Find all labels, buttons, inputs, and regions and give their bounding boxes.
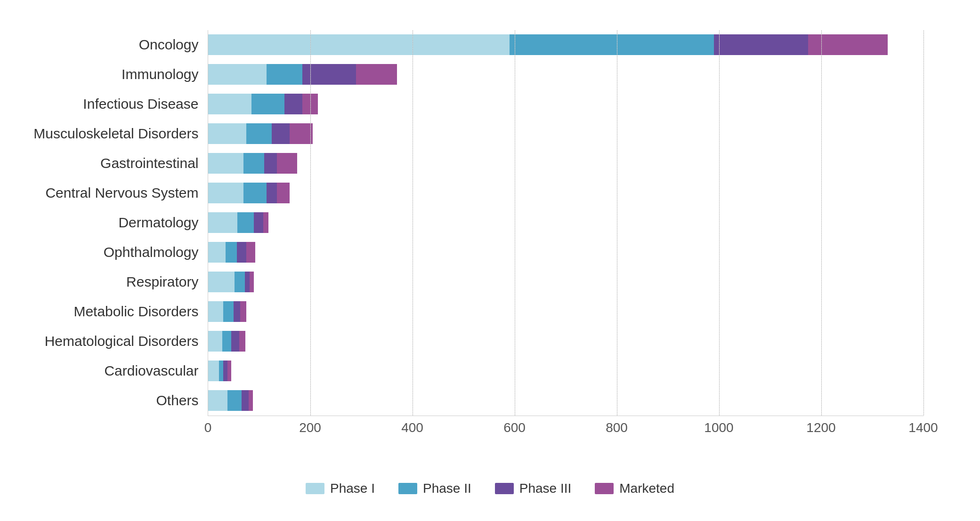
- phase1-seg: [208, 123, 246, 144]
- grid-line: [821, 30, 822, 416]
- phase1-seg: [208, 212, 238, 233]
- phase1-seg: [208, 94, 251, 114]
- marketed-seg: [227, 361, 232, 381]
- bar-row: [208, 390, 923, 411]
- grid-line: [515, 30, 515, 416]
- phase1-seg: [208, 34, 510, 55]
- y-axis-label: Musculoskeletal Disorders: [33, 126, 198, 142]
- phase1-seg: [208, 153, 244, 174]
- phase3-seg: [245, 272, 250, 292]
- marketed-seg: [246, 242, 256, 263]
- legend-label: Phase I: [330, 481, 375, 496]
- marketed-seg: [290, 123, 313, 144]
- bar-track: [208, 123, 923, 144]
- bar-row: [208, 123, 923, 144]
- phase1-seg: [208, 331, 222, 352]
- phase2-seg: [226, 242, 237, 263]
- phase2-seg: [222, 331, 232, 352]
- y-axis-label: Ophthalmology: [104, 244, 199, 260]
- bar-row: [208, 94, 923, 114]
- phase1-seg: [208, 183, 244, 203]
- y-axis-label: Dermatology: [118, 215, 198, 231]
- phase2-seg: [223, 301, 234, 322]
- x-axis-label: 800: [606, 420, 628, 435]
- bar-row: [208, 301, 923, 322]
- bar-track: [208, 64, 923, 85]
- legend: Phase IPhase IIPhase IIIMarketed: [19, 481, 961, 496]
- legend-swatch: [398, 483, 417, 494]
- phase3-seg: [237, 242, 246, 263]
- phase3-seg: [254, 212, 263, 233]
- x-axis-label: 400: [401, 420, 423, 435]
- bar-row: [208, 361, 923, 381]
- phase2-seg: [251, 94, 285, 114]
- y-axis-label: Central Nervous System: [45, 185, 198, 201]
- bar-track: [208, 183, 923, 203]
- phase2-seg: [246, 123, 272, 144]
- y-axis-labels: OncologyImmunologyInfectious DiseaseMusc…: [24, 30, 203, 416]
- bar-track: [208, 153, 923, 174]
- y-axis-label: Infectious Disease: [83, 96, 198, 112]
- x-axis-label: 1000: [704, 420, 733, 435]
- phase1-seg: [208, 64, 267, 85]
- bar-track: [208, 212, 923, 233]
- bar-row: [208, 212, 923, 233]
- grid-line: [719, 30, 720, 416]
- phase3-seg: [264, 153, 277, 174]
- phase2-seg: [219, 361, 223, 381]
- x-axis-label: 200: [299, 420, 321, 435]
- marketed-seg: [239, 331, 245, 352]
- bar-row: [208, 64, 923, 85]
- chart-container: OncologyImmunologyInfectious DiseaseMusc…: [19, 11, 961, 510]
- bar-row: [208, 153, 923, 174]
- legend-item: Phase II: [398, 481, 471, 496]
- phase2-seg: [510, 34, 714, 55]
- bar-track: [208, 390, 923, 411]
- bar-track: [208, 301, 923, 322]
- legend-swatch: [495, 483, 514, 494]
- legend-label: Marketed: [619, 481, 674, 496]
- marketed-seg: [356, 64, 397, 85]
- bar-row: [208, 272, 923, 292]
- x-axis-label: 1200: [806, 420, 835, 435]
- x-axis: 0200400600800100012001400: [208, 420, 923, 439]
- phase2-seg: [243, 183, 267, 203]
- y-axis-label: Hematological Disorders: [45, 333, 199, 349]
- y-axis-label: Immunology: [121, 66, 198, 82]
- phase2-seg: [267, 64, 302, 85]
- legend-label: Phase II: [423, 481, 471, 496]
- marketed-seg: [277, 183, 290, 203]
- grid-line: [923, 30, 924, 416]
- phase2-seg: [235, 272, 245, 292]
- bar-track: [208, 94, 923, 114]
- bar-track: [208, 242, 923, 263]
- phase1-seg: [208, 361, 219, 381]
- phase1-seg: [208, 301, 224, 322]
- bars-wrapper: [208, 30, 923, 416]
- phase2-seg: [243, 153, 264, 174]
- phase3-seg: [242, 390, 249, 411]
- phase3-seg: [284, 94, 302, 114]
- bar-row: [208, 242, 923, 263]
- phase1-seg: [208, 242, 226, 263]
- phase3-seg: [714, 34, 809, 55]
- x-axis-label: 600: [503, 420, 526, 435]
- legend-swatch: [306, 483, 324, 494]
- marketed-seg: [249, 390, 253, 411]
- bar-row: [208, 34, 923, 55]
- y-axis-label: Oncology: [139, 37, 199, 53]
- legend-item: Marketed: [595, 481, 674, 496]
- y-axis-label: Gastrointestinal: [100, 155, 198, 171]
- phase2-seg: [227, 390, 242, 411]
- y-axis-label: Respiratory: [126, 274, 198, 290]
- y-axis-label: Cardiovascular: [104, 363, 198, 379]
- marketed-seg: [240, 301, 246, 322]
- marketed-seg: [808, 34, 887, 55]
- bar-track: [208, 272, 923, 292]
- grid-line: [617, 30, 617, 416]
- phase3-seg: [234, 301, 240, 322]
- bar-row: [208, 331, 923, 352]
- x-axis-label: 0: [204, 420, 212, 435]
- phase3-seg: [267, 183, 277, 203]
- legend-swatch: [595, 483, 614, 494]
